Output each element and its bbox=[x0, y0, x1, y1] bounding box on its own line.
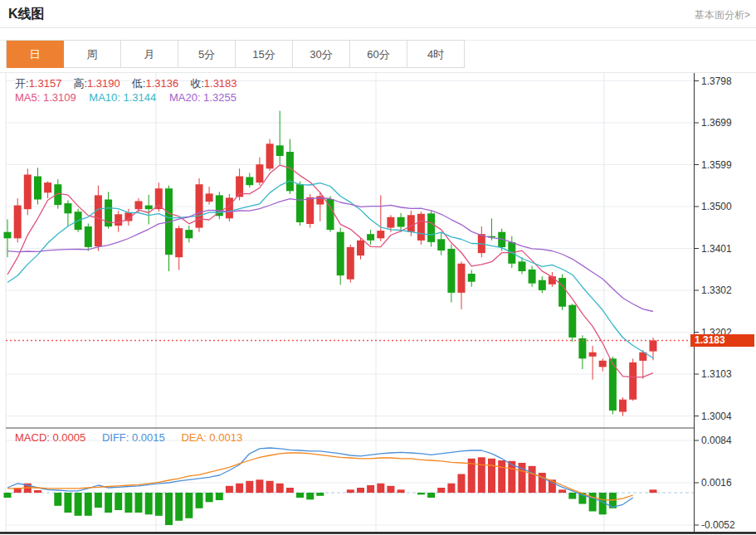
diff-value-legend: DIFF: 0.0015 bbox=[102, 431, 165, 444]
candle bbox=[478, 226, 485, 257]
macd-bar bbox=[478, 457, 485, 493]
candle bbox=[216, 192, 223, 219]
candle bbox=[327, 196, 334, 231]
macd-bar bbox=[589, 493, 597, 512]
macd-bar bbox=[155, 493, 163, 516]
candle bbox=[286, 139, 294, 194]
candle bbox=[24, 168, 32, 215]
macd-bar bbox=[95, 493, 102, 508]
candle bbox=[145, 195, 153, 225]
macd-bar bbox=[427, 493, 435, 498]
macd-bar bbox=[286, 488, 294, 493]
tab-5min[interactable]: 5分 bbox=[178, 41, 236, 68]
ma-legend: MA5: 1.3109 MA10: 1.3144 MA20: 1.3255 bbox=[15, 91, 246, 104]
macd-value-legend: MACD: 0.0005 bbox=[15, 431, 85, 444]
tab-month[interactable]: 月 bbox=[121, 41, 178, 68]
macd-bar bbox=[256, 479, 263, 493]
macd-bar bbox=[488, 459, 495, 493]
candle bbox=[417, 212, 425, 245]
y-axis bbox=[694, 73, 699, 532]
macd-bar bbox=[296, 493, 304, 498]
macd-bar bbox=[54, 493, 61, 506]
macd-bar bbox=[135, 493, 143, 513]
candle bbox=[367, 230, 374, 245]
dea-value-legend: DEA: 0.0013 bbox=[181, 431, 242, 444]
y-axis-label: 1.3302 bbox=[701, 285, 754, 296]
macd-bar bbox=[398, 489, 405, 493]
macd-bar bbox=[185, 493, 193, 518]
y-axis-label: 1.3599 bbox=[701, 159, 754, 171]
close-label: 收: bbox=[190, 77, 204, 90]
candles bbox=[4, 111, 657, 416]
macd-bar bbox=[417, 493, 425, 494]
macd-legend: MACD: 0.0005 DIFF: 0.0015 DEA: 0.0013 bbox=[15, 431, 256, 444]
tab-60min[interactable]: 60分 bbox=[350, 41, 407, 68]
y-axis-label: 1.3004 bbox=[701, 411, 754, 422]
macd-bar bbox=[387, 486, 394, 493]
candle bbox=[347, 245, 354, 283]
tab-30min[interactable]: 30分 bbox=[293, 41, 350, 68]
low-label: 低: bbox=[132, 77, 146, 90]
macd-bar bbox=[357, 488, 364, 493]
y-axis-label: 1.3500 bbox=[701, 201, 754, 212]
candle bbox=[165, 186, 173, 271]
candle bbox=[246, 173, 253, 187]
macd-bar bbox=[145, 493, 153, 514]
candle bbox=[34, 168, 41, 204]
candle bbox=[337, 228, 344, 285]
macd-bar bbox=[266, 481, 274, 493]
tab-week[interactable]: 周 bbox=[64, 41, 121, 68]
macd-bar bbox=[529, 466, 536, 493]
candle bbox=[558, 275, 566, 310]
vertical-gridlines bbox=[156, 73, 604, 532]
candle bbox=[468, 270, 476, 286]
candle bbox=[447, 245, 455, 303]
candle bbox=[266, 139, 274, 171]
candle bbox=[256, 158, 263, 186]
y-axis-label: 1.3103 bbox=[701, 368, 754, 380]
y-axis-label: 1.3401 bbox=[701, 243, 754, 255]
macd-bar bbox=[568, 493, 576, 499]
ma5-legend: MA5: 1.3109 bbox=[15, 91, 76, 104]
tab-15min[interactable]: 15分 bbox=[236, 41, 293, 68]
ma10-legend: MA10: 1.3144 bbox=[89, 91, 156, 104]
candle bbox=[377, 195, 384, 241]
macd-bar bbox=[276, 484, 284, 493]
candle bbox=[427, 211, 435, 246]
macd-bar bbox=[226, 486, 233, 493]
macd-bar bbox=[34, 490, 41, 493]
candle bbox=[639, 350, 646, 379]
tab-day[interactable]: 日 bbox=[7, 41, 64, 68]
macd-bar bbox=[4, 493, 12, 498]
candle bbox=[619, 397, 627, 416]
candle bbox=[599, 358, 607, 371]
macd-bar bbox=[367, 485, 374, 493]
low-value: 1.3136 bbox=[145, 77, 178, 90]
macd-bar bbox=[306, 493, 314, 499]
candle bbox=[568, 304, 576, 342]
candle bbox=[64, 201, 71, 227]
macd-histogram bbox=[4, 457, 657, 525]
tab-4hour[interactable]: 4时 bbox=[407, 41, 465, 68]
candle bbox=[206, 187, 213, 204]
macd-bar bbox=[377, 484, 384, 493]
macd-bar bbox=[236, 484, 243, 493]
candle bbox=[629, 358, 637, 401]
y-axis-label: 1.3699 bbox=[701, 117, 754, 129]
candle bbox=[398, 213, 405, 232]
macd-bar bbox=[85, 493, 92, 516]
high-value: 1.3190 bbox=[87, 77, 120, 90]
open-value: 1.3157 bbox=[29, 77, 62, 90]
ohlc-legend: 开:1.3157高:1.3190低:1.3136收:1.3183 bbox=[15, 76, 249, 91]
candle bbox=[296, 182, 304, 226]
candle bbox=[185, 226, 193, 242]
macd-bar bbox=[124, 493, 132, 513]
ma20-legend: MA20: 1.3255 bbox=[169, 91, 237, 104]
macd-bar bbox=[347, 489, 354, 493]
close-value: 1.3183 bbox=[204, 77, 237, 90]
candle bbox=[589, 346, 597, 380]
candle bbox=[14, 198, 22, 242]
period-tab-bar: 日周月5分15分30分60分4时 bbox=[6, 40, 465, 67]
macd-bar bbox=[650, 489, 657, 493]
y-axis-label: 0.0016 bbox=[701, 477, 754, 489]
